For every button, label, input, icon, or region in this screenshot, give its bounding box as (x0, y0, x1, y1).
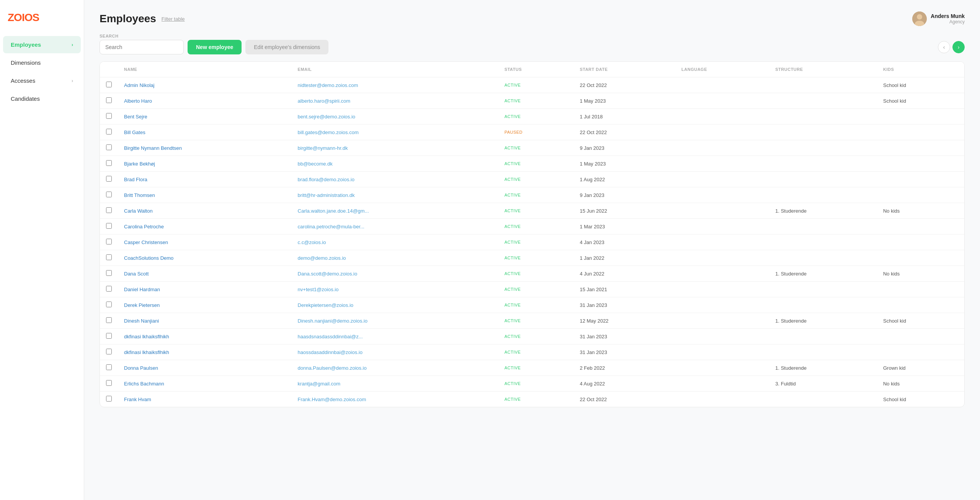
employee-status: PAUSED (498, 125, 574, 140)
employee-name[interactable]: CoachSolutions Demo (118, 250, 292, 266)
employee-email: krantja@gmail.com (292, 376, 498, 392)
sidebar-item-dimensions[interactable]: Dimensions (3, 54, 81, 71)
table-row: Daniel Hardmannv+test1@zoios.ioACTIVE15 … (100, 282, 964, 297)
table-header: NAMEEMAILSTATUSSTART DATELANGUAGESTRUCTU… (100, 62, 964, 77)
employee-structure: 1. Studerende (769, 360, 877, 376)
employee-start-date: 31 Jan 2023 (573, 297, 675, 313)
row-checkbox[interactable] (106, 223, 112, 229)
employee-language (675, 172, 769, 187)
row-checkbox[interactable] (106, 254, 112, 260)
row-checkbox[interactable] (106, 113, 112, 119)
employee-start-date: 1 Jul 2018 (573, 109, 675, 125)
employee-email: Derekpietersen@zoios.io (292, 297, 498, 313)
employee-structure (769, 250, 877, 266)
employee-name[interactable]: Birgitte Nymann Bendtsen (118, 140, 292, 156)
employee-language (675, 376, 769, 392)
employee-structure (769, 172, 877, 187)
employee-kids (877, 125, 964, 140)
prev-arrow-button[interactable]: ‹ (938, 41, 950, 53)
employee-kids (877, 297, 964, 313)
employee-name[interactable]: Carla Walton (118, 203, 292, 219)
employee-status: ACTIVE (498, 109, 574, 125)
employee-status: ACTIVE (498, 313, 574, 329)
sidebar-item-label: Dimensions (11, 59, 41, 66)
employee-structure (769, 93, 877, 109)
employee-structure (769, 392, 877, 407)
search-input[interactable] (100, 40, 184, 54)
employee-name[interactable]: Frank Hvam (118, 392, 292, 407)
employee-email: c.c@zoios.io (292, 234, 498, 250)
row-checkbox[interactable] (106, 302, 112, 307)
row-checkbox[interactable] (106, 176, 112, 182)
employee-start-date: 1 May 2023 (573, 93, 675, 109)
employee-email: Carla.walton.jane.doe.14@gm... (292, 203, 498, 219)
sidebar-item-accesses[interactable]: Accesses› (3, 72, 81, 89)
employee-language (675, 125, 769, 140)
employee-language (675, 140, 769, 156)
employee-name[interactable]: Britt Thomsen (118, 187, 292, 203)
row-checkbox[interactable] (106, 396, 112, 402)
employee-name[interactable]: Carolina Petroche (118, 219, 292, 234)
edit-dimensions-button[interactable]: Edit employee's dimensions (245, 40, 328, 54)
sidebar-item-label: Accesses (11, 77, 35, 84)
row-checkbox[interactable] (106, 192, 112, 197)
employee-language (675, 156, 769, 172)
row-checkbox[interactable] (106, 333, 112, 339)
employee-name[interactable]: Donna Paulsen (118, 360, 292, 376)
table-row: Admin Nikolajnidtester@demo.zoios.comACT… (100, 77, 964, 93)
employee-structure (769, 140, 877, 156)
table-row: Bjarke Bekhøjbb@become.dkACTIVE1 May 202… (100, 156, 964, 172)
employee-kids (877, 282, 964, 297)
employee-email: Dana.scott@demo.zoios.io (292, 266, 498, 282)
employee-start-date: 22 Oct 2022 (573, 77, 675, 93)
employee-name[interactable]: Daniel Hardman (118, 282, 292, 297)
row-checkbox[interactable] (106, 129, 112, 134)
filter-table-link[interactable]: Filter table (162, 16, 185, 22)
employee-name[interactable]: dkfinasi lkhaiksflhikh (118, 344, 292, 360)
employee-kids (877, 187, 964, 203)
row-checkbox[interactable] (106, 97, 112, 103)
row-checkbox[interactable] (106, 160, 112, 166)
row-checkbox[interactable] (106, 239, 112, 244)
employee-start-date: 1 May 2023 (573, 156, 675, 172)
employee-email: brad.flora@demo.zoios.io (292, 172, 498, 187)
column-header-start-date: START DATE (573, 62, 675, 77)
row-checkbox[interactable] (106, 144, 112, 150)
sidebar-item-employees[interactable]: Employees› (3, 36, 81, 53)
table-row: Britt Thomsenbritt@hr-administration.dkA… (100, 187, 964, 203)
row-checkbox[interactable] (106, 364, 112, 370)
next-arrow-button[interactable]: › (952, 41, 965, 53)
employee-name[interactable]: Dinesh Nanjiani (118, 313, 292, 329)
row-checkbox[interactable] (106, 317, 112, 323)
employee-language (675, 297, 769, 313)
employee-name[interactable]: Casper Christensen (118, 234, 292, 250)
employee-name[interactable]: Bjarke Bekhøj (118, 156, 292, 172)
row-checkbox[interactable] (106, 286, 112, 292)
page-title: Employees (100, 13, 156, 25)
table-row: CoachSolutions Demodemo@demo.zoios.ioACT… (100, 250, 964, 266)
employee-name[interactable]: dkfinasi lkhaiksflhikh (118, 329, 292, 344)
employee-name[interactable]: Alberto Haro (118, 93, 292, 109)
employees-table: NAMEEMAILSTATUSSTART DATELANGUAGESTRUCTU… (100, 62, 964, 407)
employee-name[interactable]: Derek Pietersen (118, 297, 292, 313)
employee-name[interactable]: Bent Sejre (118, 109, 292, 125)
new-employee-button[interactable]: New employee (188, 40, 242, 54)
employee-name[interactable]: Dana Scott (118, 266, 292, 282)
row-checkbox[interactable] (106, 207, 112, 213)
row-checkbox[interactable] (106, 349, 112, 354)
row-checkbox[interactable] (106, 270, 112, 276)
employee-email: Dinesh.nanjiani@demo.zoios.io (292, 313, 498, 329)
employee-kids: School kid (877, 93, 964, 109)
employee-kids (877, 172, 964, 187)
employee-name[interactable]: Brad Flora (118, 172, 292, 187)
employee-language (675, 360, 769, 376)
employee-language (675, 234, 769, 250)
sidebar-item-candidates[interactable]: Candidates (3, 90, 81, 107)
table-row: Birgitte Nymann Bendtsenbirgitte@nymann-… (100, 140, 964, 156)
row-checkbox[interactable] (106, 82, 112, 87)
employee-name[interactable]: Bill Gates (118, 125, 292, 140)
employee-name[interactable]: Erlichs Bachmann (118, 376, 292, 392)
row-checkbox[interactable] (106, 380, 112, 386)
employee-name[interactable]: Admin Nikolaj (118, 77, 292, 93)
select-all-header (100, 62, 118, 77)
